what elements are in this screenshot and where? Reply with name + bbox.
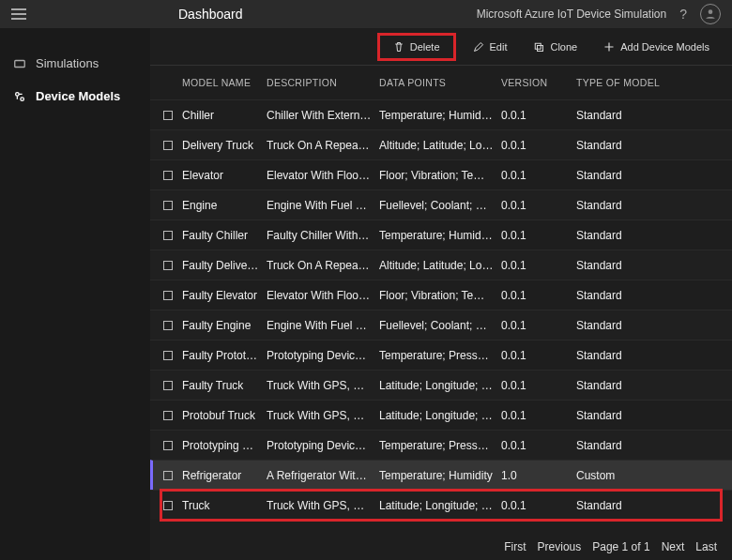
- table-row[interactable]: Faulty ElevatorElevator With Floor, Vi..…: [150, 280, 732, 310]
- delete-button[interactable]: Delete: [377, 33, 456, 61]
- cell-data-points: Temperature; Pressure...: [379, 439, 501, 452]
- row-checkbox[interactable]: [163, 171, 173, 180]
- cell-data-points: Floor; Vibration; Temp...: [379, 169, 501, 182]
- avatar[interactable]: [700, 4, 721, 24]
- table-row[interactable]: Faulty Prototypin...Prototyping Device W…: [150, 340, 732, 370]
- cell-model-name: Chiller: [182, 109, 267, 122]
- table-row[interactable]: Faulty Delivery Tr...Truck On A Repeatin…: [150, 250, 732, 280]
- row-checkbox[interactable]: [163, 471, 173, 480]
- cell-type: Standard: [576, 499, 679, 512]
- cell-type: Standard: [576, 259, 679, 272]
- pager-first[interactable]: First: [504, 540, 526, 553]
- row-checkbox[interactable]: [163, 351, 173, 360]
- cell-version: 0.0.1: [501, 439, 576, 452]
- cell-data-points: Latitude; Longitude; S...: [379, 409, 501, 422]
- pencil-icon: [473, 41, 484, 53]
- svg-point-0: [709, 9, 713, 14]
- product-name: Microsoft Azure IoT Device Simulation: [477, 8, 667, 21]
- add-device-models-button[interactable]: Add Device Models: [594, 37, 719, 57]
- table-row[interactable]: Faulty TruckTruck With GPS, Spee...Latit…: [150, 370, 732, 400]
- cell-description: Elevator With Floor, Vi...: [267, 169, 379, 182]
- row-checkbox[interactable]: [163, 501, 173, 510]
- pager-prev[interactable]: Previous: [538, 540, 582, 553]
- cell-data-points: Temperature; Humidit...: [379, 109, 501, 122]
- device-models-icon: [13, 90, 26, 103]
- table-row[interactable]: Prototyping DevicePrototyping Device Wi.…: [150, 430, 732, 460]
- cell-description: A Refrigerator With Te...: [267, 469, 379, 482]
- cell-description: Engine With Fuel Leve...: [267, 199, 379, 212]
- cell-description: Faulty Chiller With Wr...: [267, 229, 379, 242]
- sidebar-item-device-models[interactable]: Device Models: [0, 80, 150, 113]
- cell-type: Standard: [576, 289, 679, 302]
- table-row[interactable]: ChillerChiller With External T...Tempera…: [150, 99, 732, 129]
- table-row[interactable]: Protobuf TruckTruck With GPS, Spee...Lat…: [150, 400, 732, 430]
- help-icon[interactable]: ?: [679, 7, 687, 22]
- row-checkbox[interactable]: [163, 411, 173, 420]
- simulations-icon: [13, 57, 26, 70]
- cell-type: Standard: [576, 229, 679, 242]
- col-type[interactable]: TYPE OF MODEL: [576, 77, 679, 88]
- cell-version: 0.0.1: [501, 169, 576, 182]
- cell-type: Standard: [576, 109, 679, 122]
- menu-icon[interactable]: [11, 6, 26, 23]
- table-row[interactable]: ElevatorElevator With Floor, Vi...Floor;…: [150, 159, 732, 189]
- cell-version: 0.0.1: [501, 349, 576, 362]
- row-checkbox[interactable]: [163, 201, 173, 210]
- cell-model-name: Truck: [182, 499, 267, 512]
- table-row[interactable]: Delivery TruckTruck On A Repeating...Alt…: [150, 129, 732, 159]
- table-row[interactable]: Faulty ChillerFaulty Chiller With Wr...T…: [150, 219, 732, 250]
- svg-rect-1: [15, 60, 25, 67]
- cell-type: Standard: [576, 349, 679, 362]
- svg-point-3: [21, 97, 24, 100]
- cell-version: 0.0.1: [501, 499, 576, 512]
- cell-type: Standard: [576, 379, 679, 392]
- cell-version: 0.0.1: [501, 229, 576, 242]
- cell-description: Engine With Fuel Leve...: [267, 319, 379, 332]
- main-content: Delete Edit Clone Add Device Models MODE…: [150, 28, 732, 560]
- cell-description: Prototyping Device Wi...: [267, 349, 379, 362]
- cell-type: Standard: [576, 439, 679, 452]
- cell-description: Chiller With External T...: [267, 109, 379, 122]
- col-version[interactable]: VERSION: [501, 77, 576, 88]
- cell-version: 0.0.1: [501, 259, 576, 272]
- cell-data-points: Latitude; Longitude; S...: [379, 499, 501, 512]
- clone-label: Clone: [550, 41, 577, 53]
- edit-button[interactable]: Edit: [464, 37, 517, 57]
- cell-description: Truck With GPS, Spee...: [267, 409, 379, 422]
- cell-model-name: Engine: [182, 199, 267, 212]
- table-row[interactable]: RefrigeratorA Refrigerator With Te...Tem…: [150, 460, 732, 490]
- delete-label: Delete: [410, 41, 440, 53]
- table-row[interactable]: EngineEngine With Fuel Leve...Fuellevel;…: [150, 189, 732, 219]
- cell-model-name: Faulty Truck: [182, 379, 267, 392]
- edit-label: Edit: [490, 41, 508, 53]
- row-checkbox[interactable]: [163, 321, 173, 330]
- copy-icon: [533, 41, 544, 53]
- row-checkbox[interactable]: [163, 111, 173, 120]
- row-checkbox[interactable]: [163, 141, 173, 150]
- row-checkbox[interactable]: [163, 231, 173, 240]
- col-data-points[interactable]: DATA POINTS: [379, 77, 501, 88]
- cell-version: 0.0.1: [501, 409, 576, 422]
- cell-version: 0.0.1: [501, 139, 576, 152]
- cell-version: 1.0: [501, 469, 576, 482]
- svg-rect-5: [538, 45, 543, 51]
- table-row[interactable]: TruckTruck With GPS, Spee...Latitude; Lo…: [150, 490, 732, 520]
- cell-description: Truck With GPS, Spee...: [267, 499, 379, 512]
- row-checkbox[interactable]: [163, 261, 173, 270]
- row-checkbox[interactable]: [163, 381, 173, 390]
- row-checkbox[interactable]: [163, 441, 173, 450]
- table-row[interactable]: Faulty EngineEngine With Fuel Leve...Fue…: [150, 310, 732, 340]
- sidebar-item-simulations[interactable]: Simulations: [0, 47, 150, 80]
- trash-icon: [393, 41, 404, 53]
- plus-icon: [603, 41, 615, 53]
- pager-last[interactable]: Last: [695, 540, 717, 553]
- cell-version: 0.0.1: [501, 379, 576, 392]
- row-checkbox[interactable]: [163, 291, 173, 300]
- cell-description: Truck On A Repeating...: [267, 139, 379, 152]
- pager-next[interactable]: Next: [662, 540, 685, 553]
- svg-point-2: [16, 92, 20, 96]
- clone-button[interactable]: Clone: [524, 37, 587, 57]
- pager: First Previous Page 1 of 1 Next Last: [150, 534, 732, 560]
- col-description[interactable]: DESCRIPTION: [267, 77, 379, 88]
- col-model-name[interactable]: MODEL NAME: [182, 77, 267, 88]
